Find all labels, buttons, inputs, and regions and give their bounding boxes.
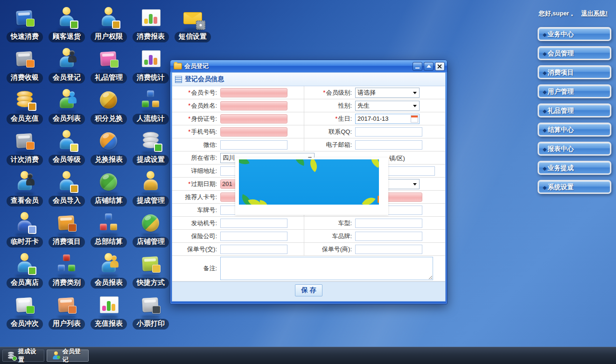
remark-textarea[interactable] [220,257,433,280]
field-input[interactable] [220,127,287,137]
form-row: *会员卡号:*会员级别:请选择 [172,86,445,99]
field-label: *手机号码: [172,128,219,136]
desktop-icon[interactable]: 店铺管理 [130,210,172,251]
desktop-icon[interactable]: 会员离店 [4,251,46,292]
region-suffix-text: 镇/区) [389,154,405,163]
desktop-icon[interactable]: 充值报表 [88,292,130,333]
desktop-icon[interactable]: 人流统计 [130,87,172,128]
desktop-icon[interactable]: 积分兑换 [88,87,130,128]
person-icon [97,252,121,276]
desktop-icon[interactable]: 会员列表 [46,87,88,128]
field-input[interactable] [355,140,422,150]
desktop-icon[interactable]: 快捷方式 [130,251,172,292]
required-mark: * [188,115,190,122]
desktop-icon-label: 会员充值 [7,114,43,124]
required-mark: * [335,115,337,122]
field-select[interactable]: 先生 [355,101,420,111]
field-label-text: 会员级别: [326,89,352,97]
diamond-icon: ◆ [543,165,546,171]
desktop-icon[interactable]: 礼品管理 [88,46,130,87]
sidebar-item-label: 报表中心 [547,145,574,152]
sidebar-item[interactable]: ◆报表中心 [538,142,611,156]
sidebar-item[interactable]: ◆业务提成 [538,161,611,175]
save-button[interactable]: 保 存 [295,284,323,296]
sidebar-item[interactable]: ◆结算中心 [538,123,611,137]
field-input[interactable] [355,245,422,254]
desktop-icon[interactable]: 查看会员 [4,169,46,210]
field-input[interactable] [220,88,287,97]
field-input[interactable] [220,232,287,241]
desktop-icon[interactable]: 兑换报表 [88,128,130,169]
desktop-icon[interactable]: 会员冲次 [4,292,46,333]
sidebar-item-label: 用户管理 [547,88,574,95]
desktop-icon[interactable]: 用户列表 [46,292,88,333]
maximize-button[interactable] [424,62,434,71]
desktop-icon-label: 会员等级 [49,155,85,165]
desktop-icon[interactable]: 用户权限 [88,5,130,46]
desktop-icon[interactable]: 计次消费 [4,128,46,169]
field-label: 车品牌: [304,230,354,242]
desktop-icon[interactable]: 会员报表 [88,251,130,292]
sidebar-item-label: 业务中心 [547,30,574,38]
field-label-text: 身份证号: [191,115,217,122]
taskbar-item-commission-settings[interactable]: 提成设置 [2,350,44,362]
field-input[interactable] [220,245,287,254]
sidebar-item[interactable]: ◆消费项目 [538,65,611,79]
desktop-icon-label: 消费项目 [49,237,85,247]
desktop-icon[interactable]: 快速消费 [4,5,46,46]
desktop-icon[interactable]: 临时开卡 [4,210,46,251]
field-label-text: 详细地址: [191,167,217,174]
desktop-icon[interactable]: 消费收银 [4,46,46,87]
sidebar-item-label: 消费项目 [547,69,574,76]
desktop-icon[interactable]: 提成设置 [130,128,172,169]
field-input[interactable] [355,127,422,137]
desktop-icon[interactable]: 会员导入 [46,169,88,210]
sidebar-item[interactable]: ◆业务中心 [538,27,611,41]
sidebar-item[interactable]: ◆会员管理 [538,46,611,60]
diamond-icon: ◆ [543,70,546,76]
logout-link[interactable]: 退出系统! [581,10,608,17]
calendar-icon[interactable] [411,115,418,123]
taskbar-item-member-registration[interactable]: 会员登记 [47,350,89,362]
desktop-icon[interactable]: 总部结算 [88,210,130,251]
field-input[interactable] [220,114,287,124]
desktop-icon[interactable]: 店铺结算 [88,169,130,210]
form-row: 备注: [172,256,445,282]
box-icon [55,293,79,317]
field-input[interactable] [220,219,287,228]
diamond-icon: ◆ [543,146,546,152]
field-input[interactable] [355,219,422,228]
desktop-icon[interactable]: 会员充值 [4,87,46,128]
stack-icon [139,129,163,153]
desktop-icon-label: 消费统计 [133,73,169,83]
desktop-icon[interactable]: 小票打印 [130,292,172,333]
desktop-icon[interactable]: 会员登记 [46,46,88,87]
required-mark: * [188,89,190,96]
desktop-icon[interactable]: 消费项目 [46,210,88,251]
box-icon [13,129,37,153]
sidebar-item[interactable]: ◆用户管理 [538,84,611,98]
desktop-icon-label: 提成设置 [133,155,169,165]
desktop-icon-label: 充值报表 [91,319,127,330]
field-input[interactable] [355,232,422,241]
sidebar-item[interactable]: ◆礼品管理 [538,103,611,117]
box-icon [139,252,163,276]
desktop-icon[interactable]: 会员等级 [46,128,88,169]
desktop-icon-label: 提成管理 [133,196,169,206]
field-input[interactable] [220,101,287,110]
desktop-icon[interactable]: 提成管理 [130,169,172,210]
desktop-icon-label: 会员列表 [49,114,85,124]
close-button[interactable] [435,62,445,71]
field-select[interactable]: 请选择 [355,88,420,98]
date-input[interactable]: 2017-01-13 [355,114,420,124]
desktop-icon[interactable]: 消费类别 [46,251,88,292]
desktop-icon-label: 用户列表 [49,319,85,330]
desktop-icon[interactable]: 顾客退货 [46,5,88,46]
desktop-icon[interactable]: 消费报表 [130,5,172,46]
field-input[interactable] [220,140,287,150]
minimize-button[interactable] [413,62,422,71]
desktop-icon[interactable]: 短信设置 [172,5,214,46]
desktop-icon[interactable]: 消费统计 [130,46,172,87]
user-greeting: 您好,super 。 [539,10,577,17]
sidebar-item[interactable]: ◆系统设置 [538,180,611,194]
